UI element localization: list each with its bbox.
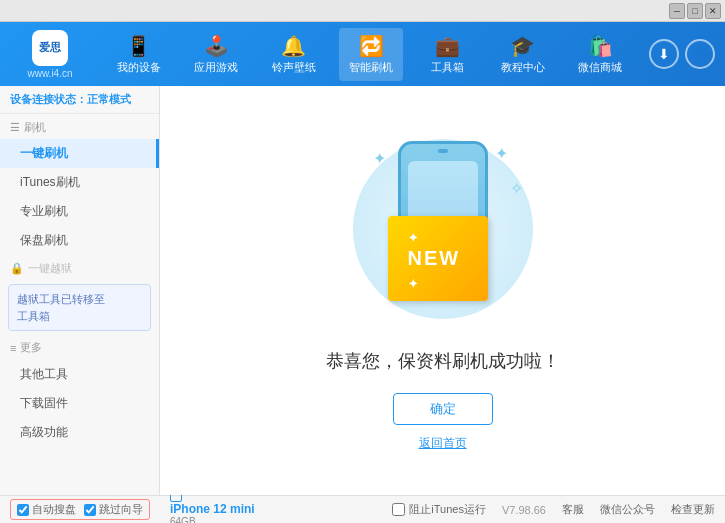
- sidebar: 设备连接状态：正常模式 ☰ 刷机 一键刷机 iTunes刷机 专业刷机 保盘刷机…: [0, 86, 160, 495]
- version-text: V7.98.66: [502, 504, 546, 516]
- download-button[interactable]: ⬇: [649, 39, 679, 69]
- new-ribbon: NEW: [388, 216, 488, 301]
- sidebar-section-more: ≡ 更多: [0, 335, 159, 360]
- section-icon: ☰: [10, 121, 20, 134]
- titlebar: ─ □ ✕: [0, 0, 725, 22]
- device-name: iPhone 12 mini: [170, 502, 255, 516]
- sidebar-item-save-data-flash[interactable]: 保盘刷机: [0, 226, 159, 255]
- no-itunes-input[interactable]: [392, 503, 405, 516]
- sparkle-icon-2: ✦: [495, 144, 508, 163]
- check-update-link[interactable]: 检查更新: [671, 502, 715, 517]
- sidebar-item-pro-flash[interactable]: 专业刷机: [0, 197, 159, 226]
- maximize-button[interactable]: □: [687, 3, 703, 19]
- success-illustration: ✦ ✦ ✧ NEW: [343, 129, 543, 329]
- content-area: ✦ ✦ ✧ NEW 恭喜您，保资料刷机成功啦！ 确定 返回首页: [160, 86, 725, 495]
- device-status: 设备连接状态：正常模式: [0, 86, 159, 114]
- nav-my-device-label: 我的设备: [117, 60, 161, 75]
- confirm-button[interactable]: 确定: [393, 393, 493, 425]
- nav-toolbox-label: 工具箱: [431, 60, 464, 75]
- close-button[interactable]: ✕: [705, 3, 721, 19]
- auto-search-checkbox[interactable]: 自动搜盘: [17, 502, 76, 517]
- support-link[interactable]: 客服: [562, 502, 584, 517]
- sparkle-icon-1: ✦: [373, 149, 386, 168]
- nav-wechat-shop[interactable]: 🛍️ 微信商城: [568, 28, 632, 81]
- nav-apps-games[interactable]: 🕹️ 应用游戏: [184, 28, 248, 81]
- my-device-icon: 📱: [126, 34, 151, 58]
- titlebar-buttons: ─ □ ✕: [669, 3, 721, 19]
- sidebar-item-advanced[interactable]: 高级功能: [0, 418, 159, 447]
- device-storage: 64GB: [170, 516, 255, 524]
- sidebar-item-one-key-flash[interactable]: 一键刷机: [0, 139, 159, 168]
- logo-icon: 爱思: [32, 30, 68, 66]
- user-button[interactable]: 👤: [685, 39, 715, 69]
- sparkle-icon-3: ✧: [510, 179, 523, 198]
- sidebar-jailbreak-header: 🔒 一键越狱: [0, 255, 159, 280]
- nav-toolbox[interactable]: 💼 工具箱: [417, 28, 477, 81]
- main: 设备连接状态：正常模式 ☰ 刷机 一键刷机 iTunes刷机 专业刷机 保盘刷机…: [0, 86, 725, 495]
- wechat-shop-icon: 🛍️: [588, 34, 613, 58]
- sidebar-item-itunes-flash[interactable]: iTunes刷机: [0, 168, 159, 197]
- nav-smart-flash-label: 智能刷机: [349, 60, 393, 75]
- nav-smart-flash[interactable]: 🔁 智能刷机: [339, 28, 403, 81]
- lock-icon: 🔒: [10, 262, 24, 275]
- header: 爱思 www.i4.cn 📱 我的设备 🕹️ 应用游戏 🔔 铃声壁纸 🔁 智能刷…: [0, 22, 725, 86]
- skip-wizard-checkbox[interactable]: 跳过向导: [84, 502, 143, 517]
- no-itunes-checkbox[interactable]: 阻止iTunes运行: [392, 502, 486, 517]
- apps-games-icon: 🕹️: [204, 34, 229, 58]
- wallpaper-icon: 🔔: [281, 34, 306, 58]
- nav-tutorial-label: 教程中心: [501, 60, 545, 75]
- toolbox-icon: 💼: [435, 34, 460, 58]
- nav-my-device[interactable]: 📱 我的设备: [107, 28, 171, 81]
- nav-wechat-shop-label: 微信商城: [578, 60, 622, 75]
- logo-url: www.i4.cn: [27, 68, 72, 79]
- nav-tutorial[interactable]: 🎓 教程中心: [491, 28, 555, 81]
- smart-flash-icon: 🔁: [359, 34, 384, 58]
- sidebar-section-flash: ☰ 刷机: [0, 114, 159, 139]
- skip-wizard-input[interactable]: [84, 504, 96, 516]
- nav-items: 📱 我的设备 🕹️ 应用游戏 🔔 铃声壁纸 🔁 智能刷机 💼 工具箱 🎓 教程中…: [100, 28, 639, 81]
- nav-right: ⬇ 👤: [649, 39, 715, 69]
- nav-wallpaper[interactable]: 🔔 铃声壁纸: [262, 28, 326, 81]
- sidebar-item-download-firmware[interactable]: 下载固件: [0, 389, 159, 418]
- tutorial-icon: 🎓: [510, 34, 535, 58]
- more-section-icon: ≡: [10, 342, 16, 354]
- bottom-right: 阻止iTunes运行 V7.98.66 客服 微信公众号 检查更新: [392, 502, 715, 517]
- back-home-link[interactable]: 返回首页: [419, 435, 467, 452]
- sidebar-item-other-tools[interactable]: 其他工具: [0, 360, 159, 389]
- bottom-bar: 自动搜盘 跳过向导 iPhone 12 mini 64GB Down-12min…: [0, 495, 725, 523]
- jailbreak-notice: 越狱工具已转移至 工具箱: [8, 284, 151, 331]
- auto-search-input[interactable]: [17, 504, 29, 516]
- nav-apps-games-label: 应用游戏: [194, 60, 238, 75]
- minimize-button[interactable]: ─: [669, 3, 685, 19]
- wechat-public-link[interactable]: 微信公众号: [600, 502, 655, 517]
- success-message: 恭喜您，保资料刷机成功啦！: [326, 349, 560, 373]
- logo[interactable]: 爱思 www.i4.cn: [10, 30, 90, 79]
- nav-wallpaper-label: 铃声壁纸: [272, 60, 316, 75]
